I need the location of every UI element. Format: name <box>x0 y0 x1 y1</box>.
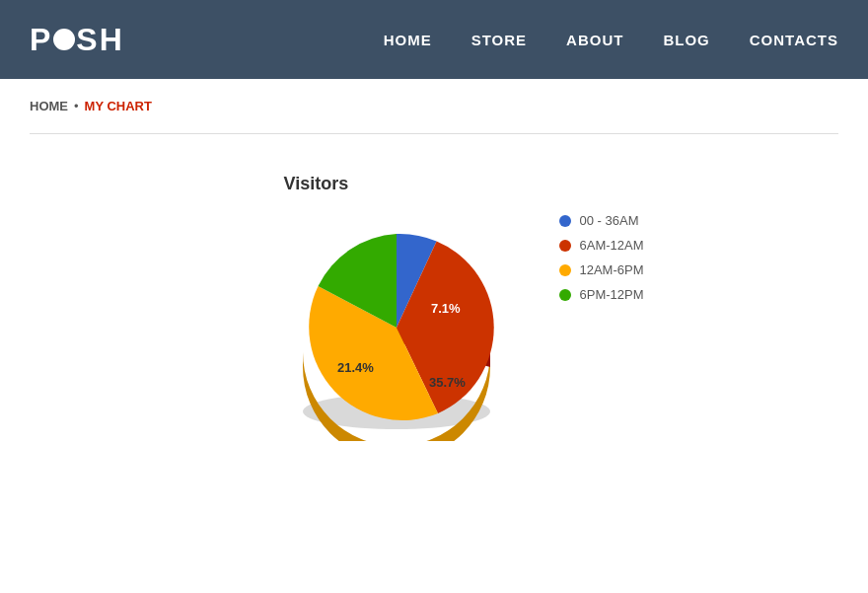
legend-dot-green <box>559 289 571 301</box>
legend-item-green: 6PM-12PM <box>559 287 643 302</box>
nav-contacts[interactable]: CONTACTS <box>750 32 838 48</box>
chart-title: Visitors <box>283 174 510 194</box>
legend-item-orange: 12AM-6PM <box>559 262 643 277</box>
chart-legend: 00 - 36AM 6AM-12AM 12AM-6PM 6PM-12PM <box>559 213 643 302</box>
breadcrumb-separator: • <box>74 99 79 113</box>
main-content: Visitors <box>0 134 868 484</box>
legend-item-blue: 00 - 36AM <box>559 213 643 228</box>
chart-container: Visitors <box>283 174 643 445</box>
logo-circle <box>53 29 75 50</box>
legend-dot-orange <box>559 264 571 276</box>
breadcrumb-home[interactable]: HOME <box>30 99 68 113</box>
pie-chart-wrapper: Visitors <box>283 174 510 445</box>
legend-item-red: 6AM-12AM <box>559 238 643 253</box>
legend-label-red: 6AM-12AM <box>579 238 643 253</box>
nav-blog[interactable]: BLOG <box>663 32 709 48</box>
nav-store[interactable]: STORE <box>471 32 527 48</box>
breadcrumb: HOME • MY CHART <box>0 79 868 133</box>
legend-label-green: 6PM-12PM <box>579 287 643 302</box>
label-green: 21.4% <box>337 360 374 375</box>
legend-label-blue: 00 - 36AM <box>579 213 638 228</box>
nav-home[interactable]: HOME <box>384 32 432 48</box>
main-nav: HOME STORE ABOUT BLOG CONTACTS <box>384 32 838 48</box>
pie-chart: 7.1% 35.7% 21.4% 35.7% <box>283 214 510 441</box>
label-blue: 7.1% <box>431 301 461 316</box>
breadcrumb-current: MY CHART <box>85 99 152 113</box>
legend-dot-red <box>559 240 571 252</box>
nav-about[interactable]: ABOUT <box>566 32 623 48</box>
label-orange: 35.7% <box>429 375 466 390</box>
legend-dot-blue <box>559 215 571 227</box>
legend-label-orange: 12AM-6PM <box>579 262 643 277</box>
header: PSH HOME STORE ABOUT BLOG CONTACTS <box>0 0 868 79</box>
logo: PSH <box>30 22 124 58</box>
